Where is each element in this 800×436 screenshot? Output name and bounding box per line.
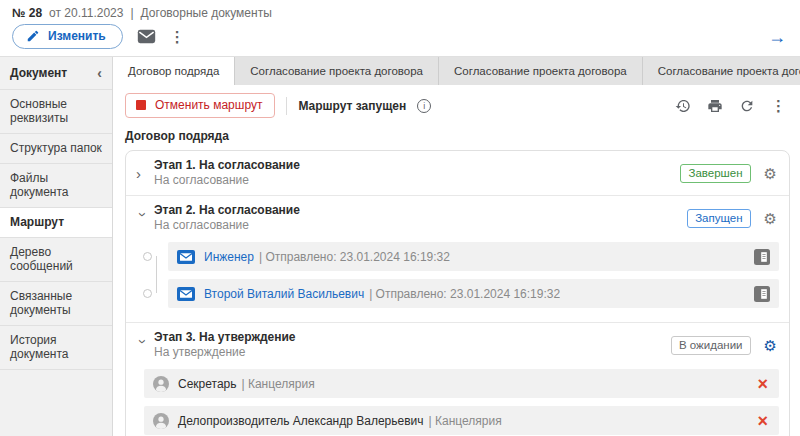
- stage-2: › Этап 2. На согласование На согласовани…: [126, 195, 789, 322]
- timeline-dot: [126, 279, 168, 308]
- timeline-dot: [126, 242, 168, 271]
- document-category: Договорные документы: [141, 6, 272, 20]
- sidebar-item-route[interactable]: Маршрут: [0, 208, 112, 238]
- performer-link[interactable]: Второй Виталий Васильевич: [204, 287, 364, 301]
- tab-approval-3[interactable]: Согласование проекта договора: [643, 57, 800, 85]
- history-icon[interactable]: [675, 98, 691, 114]
- edit-button-label: Изменить: [48, 29, 106, 43]
- toolbar-divider: [286, 97, 287, 115]
- sidebar-item-folder-structure[interactable]: Структура папок: [0, 134, 112, 164]
- person-icon: [153, 376, 169, 392]
- route-stages-card: › Этап 1. На согласование На согласовани…: [125, 150, 790, 436]
- person-task-row[interactable]: Секретарь | Канцелярия ×: [144, 369, 779, 398]
- stop-icon: [136, 100, 146, 110]
- department-info: | Канцелярия: [429, 414, 502, 428]
- stage-1: › Этап 1. На согласование На согласовани…: [126, 151, 789, 195]
- route-title: Договор подряда: [125, 129, 790, 143]
- stage-3: › Этап 3. На утверждение На утверждение …: [126, 322, 789, 436]
- stage-2-header[interactable]: › Этап 2. На согласование На согласовани…: [126, 196, 789, 240]
- mail-icon: [177, 287, 195, 301]
- person-icon: [153, 413, 169, 429]
- toolbar-right-icons: ⋮: [675, 98, 790, 114]
- gear-icon[interactable]: ⚙: [764, 211, 777, 226]
- stage-2-titles: Этап 2. На согласование На согласование: [154, 203, 687, 233]
- edit-button[interactable]: Изменить: [12, 24, 123, 49]
- stage-2-children: Инженер | Отправлено: 23.01.2024 16:19:3…: [126, 240, 789, 322]
- chevron-down-icon[interactable]: ›: [136, 339, 151, 355]
- mail-send-icon[interactable]: [137, 29, 156, 44]
- tab-bar: Договор подряда Согласование проекта дог…: [113, 57, 800, 85]
- mail-icon: [177, 250, 195, 264]
- refresh-icon[interactable]: [739, 98, 755, 114]
- sidebar-item-files[interactable]: Файлы документа: [0, 164, 112, 208]
- stage-subtitle: На согласование: [154, 173, 680, 188]
- task-row: Инженер | Отправлено: 23.01.2024 16:19:3…: [126, 242, 789, 271]
- remove-performer-icon[interactable]: ×: [755, 375, 770, 393]
- tab-approval-1[interactable]: Согласование проекта договора: [235, 57, 439, 85]
- timeline-dot-circle: [143, 289, 152, 298]
- sidebar-item-requisites[interactable]: Основные реквизиты: [0, 90, 112, 134]
- document-sidebar: Документ ‹ Основные реквизиты Структура …: [0, 57, 113, 436]
- person-task-row[interactable]: Делопроизводитель Александр Валерьевич |…: [144, 406, 779, 435]
- document-action-row: Изменить ⋮ →: [0, 22, 800, 56]
- stage-title: Этап 3. На утверждение: [154, 330, 671, 345]
- cancel-route-button[interactable]: Отменить маршрут: [125, 93, 275, 118]
- performer-link[interactable]: Инженер: [204, 250, 254, 264]
- stage-1-titles: Этап 1. На согласование На согласование: [154, 158, 680, 188]
- stage-3-header[interactable]: › Этап 3. На утверждение На утверждение …: [126, 323, 789, 367]
- mail-task-row[interactable]: Инженер | Отправлено: 23.01.2024 16:19:3…: [168, 242, 779, 271]
- sidebar-title: Документ: [10, 66, 67, 80]
- timeline-dot-circle: [143, 252, 152, 261]
- sidebar-header: Документ ‹: [0, 57, 112, 90]
- status-badge-running: Запущен: [687, 209, 750, 228]
- route-toolbar: Отменить маршрут Маршрут запущен i ⋮: [125, 93, 790, 118]
- stage-subtitle: На согласование: [154, 218, 687, 233]
- performer-row: Секретарь | Канцелярия ×: [144, 369, 789, 398]
- sent-info: | Отправлено: 23.01.2024 16:19:32: [259, 250, 450, 264]
- info-icon[interactable]: i: [417, 99, 431, 113]
- remove-performer-icon[interactable]: ×: [755, 412, 770, 430]
- tab-approval-2[interactable]: Согласование проекта договора: [439, 57, 643, 85]
- mail-task-row[interactable]: Второй Виталий Васильевич | Отправлено: …: [168, 279, 779, 308]
- sent-info: | Отправлено: 23.01.2024 16:19:32: [369, 287, 560, 301]
- chevron-down-icon[interactable]: ›: [136, 212, 151, 228]
- cancel-route-label: Отменить маршрут: [155, 98, 262, 112]
- pencil-icon: [26, 29, 40, 43]
- document-title-line: № 28 от 20.11.2023 | Договорные документ…: [0, 0, 800, 22]
- performer-name: Секретарь: [178, 377, 237, 391]
- route-more-icon[interactable]: ⋮: [771, 98, 786, 113]
- more-actions-icon[interactable]: ⋮: [170, 29, 185, 44]
- task-row: Второй Виталий Васильевич | Отправлено: …: [126, 279, 789, 308]
- tab-contract[interactable]: Договор подряда: [113, 57, 235, 85]
- gear-icon[interactable]: ⚙: [764, 166, 777, 181]
- forward-arrow-icon[interactable]: →: [768, 28, 786, 46]
- sidebar-item-history[interactable]: История документа: [0, 326, 112, 370]
- top-bar: № 28 от 20.11.2023 | Договорные документ…: [0, 0, 800, 57]
- task-card-icon[interactable]: [754, 249, 770, 265]
- title-divider: |: [130, 6, 133, 20]
- body-wrap: Документ ‹ Основные реквизиты Структура …: [0, 57, 800, 436]
- stage-subtitle: На утверждение: [154, 345, 671, 360]
- main-panel: Договор подряда Согласование проекта дог…: [113, 57, 800, 436]
- document-number: № 28: [12, 6, 42, 20]
- sidebar-collapse-icon[interactable]: ‹: [97, 65, 102, 81]
- stage-1-header[interactable]: › Этап 1. На согласование На согласовани…: [126, 151, 789, 195]
- stage-title: Этап 2. На согласование: [154, 203, 687, 218]
- timeline-connector: [156, 256, 157, 293]
- route-status-text: Маршрут запущен: [298, 99, 406, 113]
- print-icon[interactable]: [707, 98, 723, 114]
- department-info: | Канцелярия: [242, 377, 315, 391]
- stage-title: Этап 1. На согласование: [154, 158, 680, 173]
- status-badge-waiting: В ожидании: [671, 336, 751, 355]
- gear-icon[interactable]: ⚙: [764, 338, 777, 353]
- task-card-icon[interactable]: [754, 286, 770, 302]
- chevron-right-icon[interactable]: ›: [136, 166, 152, 181]
- stage-3-children: Секретарь | Канцелярия ×: [126, 367, 789, 436]
- sidebar-item-related-docs[interactable]: Связанные документы: [0, 282, 112, 326]
- performer-name: Делопроизводитель Александр Валерьевич: [178, 414, 424, 428]
- route-content: Отменить маршрут Маршрут запущен i ⋮: [113, 85, 800, 436]
- stage-3-titles: Этап 3. На утверждение На утверждение: [154, 330, 671, 360]
- sidebar-item-message-tree[interactable]: Дерево сообщений: [0, 238, 112, 282]
- performer-row: Делопроизводитель Александр Валерьевич |…: [144, 406, 789, 435]
- document-date: от 20.11.2023: [49, 6, 123, 20]
